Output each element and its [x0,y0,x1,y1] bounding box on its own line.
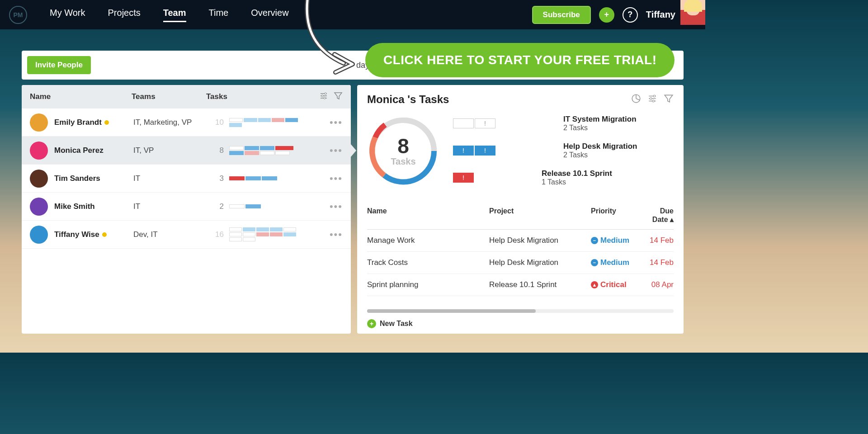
more-icon[interactable]: ••• [330,145,343,156]
detail-header: Monica 's Tasks [357,93,684,112]
more-icon[interactable]: ••• [330,201,343,212]
filter-icon[interactable] [664,94,674,105]
member-task-bars [229,176,308,180]
th-tasks[interactable]: Tasks [206,92,319,101]
member-row[interactable]: Emily Brandt IT, Marketing, VP 10 ••• [22,108,351,137]
project-item[interactable]: !! Help Desk Migration 2 Tasks [453,142,674,159]
logo[interactable]: PM [9,6,27,24]
member-avatar [30,198,48,216]
filter-icon[interactable] [334,91,343,103]
cta-banner[interactable]: CLICK HERE TO START YOUR FREE TRIAL! [365,43,675,77]
member-name: Emily Brandt [54,118,133,127]
project-name: IT System Migration [563,115,637,124]
th-teams[interactable]: Teams [132,92,206,101]
task-project: Help Desk Migration [489,258,591,267]
nav-item-projects[interactable]: Projects [108,8,141,22]
member-teams: IT [133,202,208,211]
task-row[interactable]: Manage Work Help Desk Migration −Medium … [367,230,674,252]
svg-point-2 [324,97,326,99]
status-dot-icon [104,120,109,125]
task-due-date: 14 Feb [645,236,674,245]
cta-arrow-icon [289,0,362,77]
project-item[interactable]: ! IT System Migration 2 Tasks [453,115,674,132]
priority-icon: − [591,259,598,266]
member-task-count: 8 [208,146,224,155]
team-table-header: Name Teams Tasks [22,85,351,108]
nav-item-time[interactable]: Time [209,8,229,22]
project-item[interactable]: ! Release 10.1 Sprint 1 Tasks [453,169,674,186]
priority-bar: ! [453,173,474,183]
member-task-count: 2 [208,202,224,211]
settings-sliders-icon[interactable] [647,94,657,105]
avatar[interactable] [680,0,705,25]
plus-icon: + [367,319,376,328]
member-teams: IT, VP [133,146,208,155]
horizontal-scrollbar[interactable] [367,309,674,313]
task-project: Release 10.1 Sprint [489,280,591,289]
member-avatar [30,170,48,188]
member-teams: IT [133,174,208,183]
tth-name[interactable]: Name [367,207,489,224]
summary: 8 Tasks ! IT System Migration 2 Tasks !!… [357,112,684,202]
content: Name Teams Tasks Emily Brandt IT, Market… [22,85,684,334]
task-table-header: Name Project Priority Due Date ▴ [367,202,674,230]
member-teams: IT, Marketing, VP [133,118,208,127]
more-icon[interactable]: ••• [330,117,343,128]
task-priority: ▲Critical [591,280,645,289]
task-row[interactable]: Sprint planning Release 10.1 Sprint ▲Cri… [367,274,674,296]
help-button[interactable]: ? [623,7,638,23]
tth-due[interactable]: Due Date ▴ [645,207,674,224]
new-task-button[interactable]: + New Task [357,313,684,328]
team-panel: Name Teams Tasks Emily Brandt IT, Market… [22,85,351,334]
add-button[interactable]: + [599,7,614,23]
th-name[interactable]: Name [30,92,132,101]
task-priority: −Medium [591,258,645,267]
priority-icon: − [591,237,598,244]
task-name: Track Costs [367,258,489,267]
member-name: Tim Sanders [54,174,133,183]
svg-point-5 [650,98,652,99]
svg-point-0 [325,93,326,94]
nav-item-team[interactable]: Team [163,8,186,22]
priority-bar: ! [475,146,495,156]
project-task-count: 2 Tasks [563,151,637,159]
task-due-date: 14 Feb [645,258,674,267]
member-row[interactable]: Monica Perez IT, VP 8 ••• [22,137,351,165]
nav-item-my-work[interactable]: My Work [50,8,85,22]
tasks-donut: 8 Tasks [367,115,439,187]
task-project: Help Desk Migration [489,236,591,245]
project-task-count: 1 Tasks [542,178,612,186]
task-name: Manage Work [367,236,489,245]
priority-bar [453,118,474,128]
status-dot-icon [102,232,107,237]
settings-sliders-icon[interactable] [319,91,328,103]
task-priority: −Medium [591,236,645,245]
nav-item-overview[interactable]: Overview [251,8,288,22]
more-icon[interactable]: ••• [330,229,343,241]
detail-title: Monica 's Tasks [367,93,449,106]
pie-chart-icon[interactable] [631,94,641,105]
nav-items: My WorkProjectsTeamTimeOverview [50,8,289,22]
priority-bar: ! [475,118,495,128]
project-list: ! IT System Migration 2 Tasks !! Help De… [453,115,674,196]
invite-people-button[interactable]: Invite People [27,56,91,74]
project-name: Release 10.1 Sprint [542,169,612,178]
member-task-count: 10 [208,118,224,127]
tth-project[interactable]: Project [489,207,591,224]
subscribe-button[interactable]: Subscribe [532,6,591,24]
task-row[interactable]: Track Costs Help Desk Migration −Medium … [367,252,674,274]
member-row[interactable]: Tiffany Wise Dev, IT 16 ••• [22,221,351,249]
donut-label: Tasks [391,156,415,167]
tth-priority[interactable]: Priority [591,207,645,224]
user-name[interactable]: Tiffany [646,9,675,20]
member-task-bars [229,118,308,127]
member-teams: Dev, IT [133,230,208,239]
more-icon[interactable]: ••• [330,173,343,184]
project-name: Help Desk Migration [563,142,637,151]
nav-right: Subscribe + ? Tiffany [532,6,696,24]
member-row[interactable]: Mike Smith IT 2 ••• [22,193,351,221]
member-name: Monica Perez [54,146,133,155]
member-row[interactable]: Tim Sanders IT 3 ••• [22,165,351,193]
svg-point-6 [652,100,654,102]
svg-point-1 [321,95,323,97]
